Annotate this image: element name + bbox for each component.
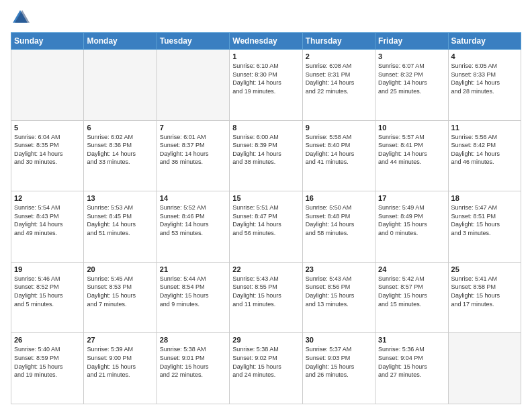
day-info: Sunrise: 6:00 AM Sunset: 8:39 PM Dayligh… <box>232 133 299 167</box>
weekday-thursday: Thursday <box>302 33 375 50</box>
logo <box>11 8 32 27</box>
page: SundayMondayTuesdayWednesdayThursdayFrid… <box>0 0 532 411</box>
day-number: 19 <box>14 265 81 273</box>
day-number: 16 <box>306 194 372 202</box>
day-number: 8 <box>232 124 299 132</box>
day-cell-6: 6Sunrise: 6:02 AM Sunset: 8:36 PM Daylig… <box>84 120 157 191</box>
day-number: 10 <box>378 124 445 132</box>
week-row-2: 5Sunrise: 6:04 AM Sunset: 8:35 PM Daylig… <box>11 120 521 191</box>
day-cell-1: 1Sunrise: 6:10 AM Sunset: 8:30 PM Daylig… <box>230 50 302 121</box>
day-info: Sunrise: 5:46 AM Sunset: 8:52 PM Dayligh… <box>14 275 81 308</box>
day-cell-4: 4Sunrise: 6:05 AM Sunset: 8:33 PM Daylig… <box>448 50 521 121</box>
day-info: Sunrise: 5:57 AM Sunset: 8:41 PM Dayligh… <box>378 133 445 167</box>
day-number: 11 <box>451 124 518 132</box>
day-cell-3: 3Sunrise: 6:07 AM Sunset: 8:32 PM Daylig… <box>375 50 448 121</box>
day-cell-9: 9Sunrise: 5:58 AM Sunset: 8:40 PM Daylig… <box>302 120 375 191</box>
weekday-monday: Monday <box>84 33 157 50</box>
day-number: 13 <box>87 194 153 202</box>
empty-cell <box>84 50 157 121</box>
day-cell-7: 7Sunrise: 6:01 AM Sunset: 8:37 PM Daylig… <box>157 120 229 191</box>
day-number: 3 <box>378 52 445 60</box>
day-cell-13: 13Sunrise: 5:53 AM Sunset: 8:45 PM Dayli… <box>84 191 157 263</box>
day-cell-2: 2Sunrise: 6:08 AM Sunset: 8:31 PM Daylig… <box>302 50 375 121</box>
day-cell-28: 28Sunrise: 5:38 AM Sunset: 9:01 PM Dayli… <box>157 333 229 404</box>
day-info: Sunrise: 5:37 AM Sunset: 9:03 PM Dayligh… <box>306 345 372 379</box>
day-cell-29: 29Sunrise: 5:38 AM Sunset: 9:02 PM Dayli… <box>230 333 302 404</box>
weekday-saturday: Saturday <box>448 33 521 50</box>
day-number: 17 <box>378 194 445 202</box>
day-info: Sunrise: 5:53 AM Sunset: 8:45 PM Dayligh… <box>87 203 153 237</box>
day-info: Sunrise: 6:04 AM Sunset: 8:35 PM Dayligh… <box>14 133 81 167</box>
day-info: Sunrise: 5:38 AM Sunset: 9:02 PM Dayligh… <box>232 345 299 379</box>
day-cell-23: 23Sunrise: 5:43 AM Sunset: 8:56 PM Dayli… <box>302 262 375 333</box>
empty-cell <box>448 333 521 404</box>
day-cell-24: 24Sunrise: 5:42 AM Sunset: 8:57 PM Dayli… <box>375 262 448 333</box>
day-info: Sunrise: 5:50 AM Sunset: 8:48 PM Dayligh… <box>306 203 372 237</box>
day-info: Sunrise: 5:36 AM Sunset: 9:04 PM Dayligh… <box>378 345 445 379</box>
day-cell-16: 16Sunrise: 5:50 AM Sunset: 8:48 PM Dayli… <box>302 191 375 263</box>
day-number: 2 <box>306 52 372 60</box>
day-cell-27: 27Sunrise: 5:39 AM Sunset: 9:00 PM Dayli… <box>84 333 157 404</box>
day-info: Sunrise: 6:05 AM Sunset: 8:33 PM Dayligh… <box>451 62 518 95</box>
day-info: Sunrise: 5:56 AM Sunset: 8:42 PM Dayligh… <box>451 133 518 167</box>
day-cell-11: 11Sunrise: 5:56 AM Sunset: 8:42 PM Dayli… <box>448 120 521 191</box>
logo-icon <box>11 8 30 27</box>
day-cell-26: 26Sunrise: 5:40 AM Sunset: 8:59 PM Dayli… <box>11 333 84 404</box>
day-number: 12 <box>14 194 81 202</box>
day-number: 24 <box>378 265 445 273</box>
day-number: 20 <box>87 265 153 273</box>
day-number: 4 <box>451 52 518 60</box>
day-number: 18 <box>451 194 518 202</box>
day-info: Sunrise: 6:02 AM Sunset: 8:36 PM Dayligh… <box>87 133 153 167</box>
week-row-5: 26Sunrise: 5:40 AM Sunset: 8:59 PM Dayli… <box>11 333 521 404</box>
day-number: 1 <box>232 52 299 60</box>
week-row-4: 19Sunrise: 5:46 AM Sunset: 8:52 PM Dayli… <box>11 262 521 333</box>
day-number: 15 <box>232 194 299 202</box>
day-cell-22: 22Sunrise: 5:43 AM Sunset: 8:55 PM Dayli… <box>230 262 302 333</box>
day-info: Sunrise: 5:43 AM Sunset: 8:55 PM Dayligh… <box>232 275 299 308</box>
day-number: 21 <box>160 265 226 273</box>
day-info: Sunrise: 6:07 AM Sunset: 8:32 PM Dayligh… <box>378 62 445 95</box>
header <box>11 8 521 27</box>
day-info: Sunrise: 5:40 AM Sunset: 8:59 PM Dayligh… <box>14 345 81 379</box>
day-cell-20: 20Sunrise: 5:45 AM Sunset: 8:53 PM Dayli… <box>84 262 157 333</box>
day-cell-21: 21Sunrise: 5:44 AM Sunset: 8:54 PM Dayli… <box>157 262 229 333</box>
day-info: Sunrise: 5:38 AM Sunset: 9:01 PM Dayligh… <box>160 345 226 379</box>
day-number: 14 <box>160 194 226 202</box>
day-cell-15: 15Sunrise: 5:51 AM Sunset: 8:47 PM Dayli… <box>230 191 302 263</box>
weekday-tuesday: Tuesday <box>157 33 229 50</box>
day-number: 5 <box>14 124 81 132</box>
day-info: Sunrise: 6:01 AM Sunset: 8:37 PM Dayligh… <box>160 133 226 167</box>
day-cell-12: 12Sunrise: 5:54 AM Sunset: 8:43 PM Dayli… <box>11 191 84 263</box>
day-number: 7 <box>160 124 226 132</box>
day-info: Sunrise: 5:58 AM Sunset: 8:40 PM Dayligh… <box>306 133 372 167</box>
day-number: 26 <box>14 336 81 344</box>
day-info: Sunrise: 5:41 AM Sunset: 8:58 PM Dayligh… <box>451 275 518 308</box>
day-number: 31 <box>378 336 445 344</box>
weekday-sunday: Sunday <box>11 33 84 50</box>
day-cell-19: 19Sunrise: 5:46 AM Sunset: 8:52 PM Dayli… <box>11 262 84 333</box>
day-number: 30 <box>306 336 372 344</box>
day-info: Sunrise: 5:42 AM Sunset: 8:57 PM Dayligh… <box>378 275 445 308</box>
day-info: Sunrise: 5:39 AM Sunset: 9:00 PM Dayligh… <box>87 345 153 379</box>
day-number: 6 <box>87 124 153 132</box>
day-cell-14: 14Sunrise: 5:52 AM Sunset: 8:46 PM Dayli… <box>157 191 229 263</box>
weekday-header-row: SundayMondayTuesdayWednesdayThursdayFrid… <box>11 33 521 50</box>
day-info: Sunrise: 5:44 AM Sunset: 8:54 PM Dayligh… <box>160 275 226 308</box>
day-number: 9 <box>306 124 372 132</box>
empty-cell <box>11 50 84 121</box>
day-cell-30: 30Sunrise: 5:37 AM Sunset: 9:03 PM Dayli… <box>302 333 375 404</box>
day-info: Sunrise: 5:43 AM Sunset: 8:56 PM Dayligh… <box>306 275 372 308</box>
day-cell-18: 18Sunrise: 5:47 AM Sunset: 8:51 PM Dayli… <box>448 191 521 263</box>
day-number: 29 <box>232 336 299 344</box>
day-info: Sunrise: 5:47 AM Sunset: 8:51 PM Dayligh… <box>451 203 518 237</box>
day-cell-17: 17Sunrise: 5:49 AM Sunset: 8:49 PM Dayli… <box>375 191 448 263</box>
day-number: 22 <box>232 265 299 273</box>
day-info: Sunrise: 5:51 AM Sunset: 8:47 PM Dayligh… <box>232 203 299 237</box>
day-number: 27 <box>87 336 153 344</box>
week-row-1: 1Sunrise: 6:10 AM Sunset: 8:30 PM Daylig… <box>11 50 521 121</box>
day-number: 28 <box>160 336 226 344</box>
day-cell-5: 5Sunrise: 6:04 AM Sunset: 8:35 PM Daylig… <box>11 120 84 191</box>
week-row-3: 12Sunrise: 5:54 AM Sunset: 8:43 PM Dayli… <box>11 191 521 263</box>
day-info: Sunrise: 5:49 AM Sunset: 8:49 PM Dayligh… <box>378 203 445 237</box>
